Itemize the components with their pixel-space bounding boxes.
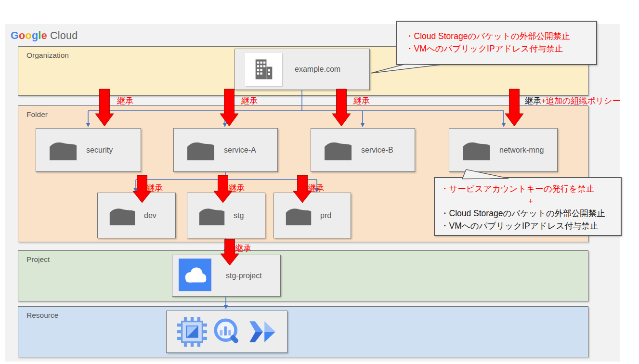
subfolder-node-label: dev	[144, 211, 156, 220]
logo-product-name: Cloud	[50, 30, 78, 41]
logo-letter: e	[41, 30, 47, 41]
logo-letter: g	[32, 30, 38, 41]
inherit-label: 継承	[308, 182, 324, 194]
diagram-stage: GoogleCloud Organization Folder Project …	[0, 0, 639, 364]
callout-plus: +	[441, 195, 621, 208]
project-band: Project	[18, 250, 588, 301]
callout-line: ・サービスアカウントキーの発行を禁止	[441, 183, 621, 195]
inherit-label: 継承	[241, 95, 258, 106]
folder-icon	[198, 205, 226, 226]
subfolder-node-label: prd	[320, 211, 331, 220]
inherit-plus-policy-label: 継承+追加の組織ポリシー	[525, 95, 621, 106]
folder-icon	[186, 139, 216, 161]
inherit-label: 継承	[146, 182, 163, 194]
dataflow-icon	[248, 317, 276, 346]
folder-node-label: service-B	[361, 146, 393, 155]
inherit-label: 継承	[117, 95, 133, 106]
folder-icon	[323, 139, 353, 161]
bigquery-icon	[212, 316, 243, 347]
folder-icon	[48, 139, 78, 161]
folder-node-label: network-mng	[499, 146, 544, 155]
building-icon	[245, 53, 282, 86]
org-policy-callout: ・Cloud Storageのバケットの外部公開禁止 ・VMへのパブリックIPア…	[396, 21, 597, 65]
callout-line: ・VMへのパブリックIPアドレス付与禁止	[441, 220, 621, 233]
project-node-label: stg-project	[226, 272, 262, 280]
folder-icon	[461, 139, 491, 161]
logo-letter: o	[25, 30, 31, 41]
folder-node-label: service-A	[224, 146, 256, 155]
folder-node-security: security	[36, 128, 141, 172]
compute-engine-icon	[177, 317, 207, 347]
resource-node	[166, 311, 287, 353]
folder-node-network-mng: network-mng	[449, 128, 558, 172]
network-folder-policy-callout: ・サービスアカウントキーの発行を禁止 + ・Cloud Storageのバケット…	[434, 177, 622, 236]
inherit-label: 継承	[235, 243, 251, 254]
callout-line: ・Cloud Storageのバケットの外部公開禁止	[405, 30, 596, 43]
inherit-label: 継承	[525, 96, 541, 105]
folder-icon	[108, 205, 136, 226]
project-band-label: Project	[26, 255, 50, 264]
google-cloud-logo: GoogleCloud	[11, 30, 78, 42]
folder-node-label: security	[86, 146, 113, 155]
subfolder-node-stg: stg	[187, 193, 265, 238]
folder-icon	[285, 205, 313, 226]
resource-band-label: Resource	[26, 311, 58, 320]
organization-node: example.com	[235, 49, 370, 90]
callout-line: ・VMへのパブリックIPアドレス付与禁止	[405, 43, 596, 55]
organization-band-label: Organization	[26, 51, 69, 60]
inherit-label: 継承	[228, 182, 245, 194]
subfolder-node-prd: prd	[274, 193, 351, 238]
additional-policy-label: +追加の組織ポリシー	[541, 96, 621, 105]
subfolder-node-dev: dev	[97, 193, 176, 238]
folder-node-service-b: service-B	[311, 128, 415, 172]
subfolder-node-label: stg	[234, 211, 244, 220]
folder-node-service-a: service-A	[173, 128, 278, 172]
folder-band-label: Folder	[26, 110, 48, 119]
logo-letter: o	[19, 30, 25, 41]
organization-node-label: example.com	[295, 65, 340, 74]
logo-letter: G	[11, 30, 19, 41]
resource-band: Resource	[18, 306, 588, 357]
cloud-icon	[179, 258, 211, 294]
callout-line: ・Cloud Storageのバケットの外部公開禁止	[441, 208, 621, 220]
project-node: stg-project	[172, 255, 281, 297]
inherit-label: 継承	[353, 95, 370, 106]
